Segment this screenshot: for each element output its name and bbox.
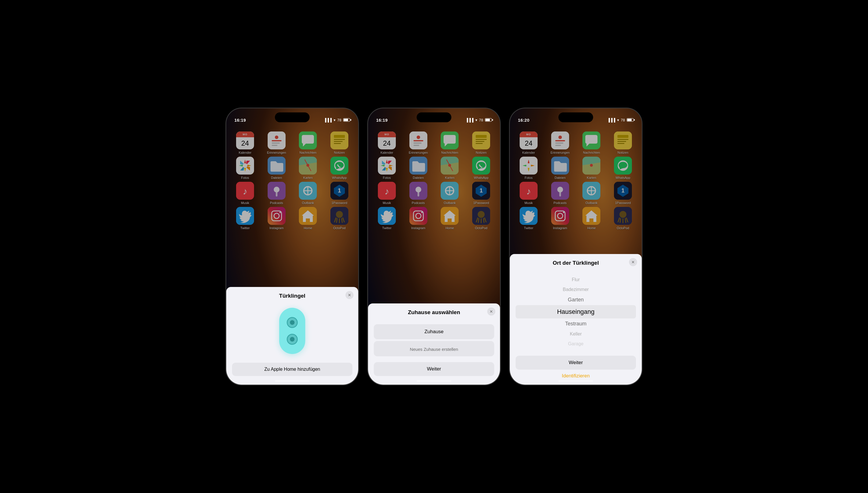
weiter-button-2[interactable]: Weiter [374, 362, 494, 376]
identifizieren-button[interactable]: Identifizieren [516, 373, 636, 379]
close-button-2[interactable]: ✕ [487, 307, 495, 316]
ort-keller[interactable]: Keller [516, 329, 636, 339]
signal-icon-3: ▐▐▐ [607, 118, 615, 122]
status-icons-2: ▐▐▐ ▾ 78 [466, 118, 492, 122]
ort-list: Flur Badezimmer Garten Hauseingang Testr… [516, 272, 636, 352]
modal-title-1: Türklingel [232, 293, 352, 299]
zuhause-option-secondary[interactable]: Neues Zuhause erstellen [374, 341, 494, 356]
dynamic-island-3 [559, 112, 593, 122]
home-indicator-2 [417, 380, 451, 382]
modal-overlay-3: ✕ Ort der Türklingel Flur Badezimmer Gar… [510, 108, 642, 385]
ort-badezimmer[interactable]: Badezimmer [516, 285, 636, 295]
doorbell-device [279, 308, 305, 354]
weiter-button-3[interactable]: Weiter [516, 356, 636, 370]
zuhause-primary-text: Zuhause [379, 329, 489, 335]
home-indicator-3 [559, 380, 593, 382]
time-1: 16:19 [234, 117, 246, 123]
battery-icon-1 [343, 118, 350, 122]
doorbell-container [232, 308, 352, 354]
modal-overlay-1: ✕ Türklingel Zu Apple Home hinzufügen [226, 108, 358, 385]
doorbell-button-bottom [287, 334, 298, 345]
signal-icon-1: ▐▐▐ [324, 118, 332, 122]
modal-sheet-3: ✕ Ort der Türklingel Flur Badezimmer Gar… [510, 254, 642, 385]
ort-garage[interactable]: Garage [516, 339, 636, 349]
status-icons-3: ▐▐▐ ▾ 78 [607, 118, 634, 122]
battery-level-3: 78 [621, 118, 625, 122]
modal-sheet-1: ✕ Türklingel Zu Apple Home hinzufügen [226, 287, 358, 385]
close-button-3[interactable]: ✕ [629, 258, 637, 266]
phones-container: 16:19 ▐▐▐ ▾ 78 MO 24 Kalender [226, 108, 642, 385]
status-icons-1: ▐▐▐ ▾ 78 [324, 118, 350, 122]
ort-testraum[interactable]: Testraum [516, 319, 636, 329]
ort-hauseingang[interactable]: Hauseingang [516, 305, 636, 319]
battery-level-1: 78 [337, 118, 341, 122]
phone-2: 16:19 ▐▐▐ ▾ 78 MO 24 Kalender [367, 108, 501, 385]
wifi-icon-3: ▾ [617, 118, 619, 122]
zuhause-secondary-text: Neues Zuhause erstellen [379, 347, 489, 352]
ort-garten[interactable]: Garten [516, 295, 636, 305]
battery-icon-2 [485, 118, 492, 122]
dynamic-island-1 [275, 112, 309, 122]
battery-icon-3 [627, 118, 634, 122]
modal-title-2: Zuhause auswählen [374, 309, 494, 316]
wifi-icon-2: ▾ [476, 118, 478, 122]
ort-flur[interactable]: Flur [516, 275, 636, 285]
phone-3: 16:20 ▐▐▐ ▾ 78 MO 24 Kalender [509, 108, 642, 385]
time-3: 16:20 [518, 117, 529, 123]
modal-title-3: Ort der Türklingel [516, 260, 636, 266]
doorbell-button-top [287, 317, 298, 328]
home-indicator-1 [275, 380, 309, 382]
battery-level-2: 78 [479, 118, 483, 122]
close-button-1[interactable]: ✕ [345, 291, 354, 299]
signal-icon-2: ▐▐▐ [466, 118, 473, 122]
dynamic-island-2 [417, 112, 451, 122]
add-to-home-button[interactable]: Zu Apple Home hinzufügen [232, 363, 352, 376]
modal-overlay-2: ✕ Zuhause auswählen Zuhause Neues Zuhaus… [368, 108, 500, 385]
phone-1: 16:19 ▐▐▐ ▾ 78 MO 24 Kalender [226, 108, 359, 385]
modal-sheet-2: ✕ Zuhause auswählen Zuhause Neues Zuhaus… [368, 303, 500, 385]
wifi-icon-1: ▾ [334, 118, 336, 122]
zuhause-option-primary[interactable]: Zuhause [374, 324, 494, 339]
time-2: 16:19 [376, 117, 388, 123]
